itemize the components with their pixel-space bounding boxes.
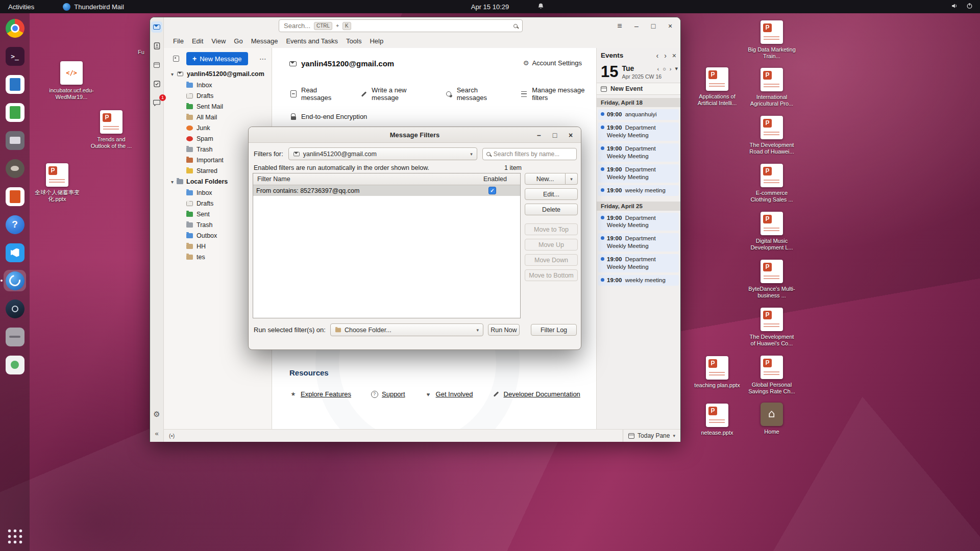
event-item[interactable]: 19:00 weekly meeting xyxy=(598,185,679,196)
desktop-icon[interactable]: Applications of Artificial Intelli... xyxy=(693,67,742,107)
dock-item[interactable] xyxy=(4,242,26,263)
desktop-icon[interactable]: teaching plan.pptx xyxy=(693,356,742,389)
close-button[interactable]: × xyxy=(666,22,674,30)
folder-item[interactable]: Drafts xyxy=(164,90,272,101)
event-item[interactable]: 19:00 weekly meeting xyxy=(598,275,679,286)
filter-row[interactable]: From contains: 852736397@qq.com xyxy=(253,185,520,196)
collapse-spaces-button[interactable]: « xyxy=(151,428,162,439)
system-tray[interactable] xyxy=(951,3,980,11)
resource-link[interactable]: Explore Features xyxy=(289,390,351,398)
event-item[interactable]: 19:00 Department Weekly Meeting xyxy=(598,233,679,252)
dock-item[interactable] xyxy=(4,158,26,179)
menu-item[interactable]: Events and Tasks xyxy=(282,36,342,46)
run-folder-select[interactable]: Choose Folder... ▾ xyxy=(330,323,483,336)
expand-icon[interactable]: ▾ xyxy=(675,65,678,72)
event-item[interactable]: 19:00 Department Weekly Meeting xyxy=(598,143,679,162)
menu-item[interactable]: Message xyxy=(247,36,282,46)
next-period-icon[interactable]: › xyxy=(670,66,672,72)
network-status-icon[interactable]: (•) xyxy=(169,433,175,439)
dock-item[interactable] xyxy=(4,73,26,95)
dock-item[interactable] xyxy=(4,525,26,547)
event-item[interactable]: 19:00 Department Weekly Meeting xyxy=(598,254,679,272)
account-settings-button[interactable]: ⚙ Account Settings xyxy=(523,59,582,67)
column-filter-name[interactable]: Filter Name xyxy=(253,176,483,183)
today-pane-toggle[interactable]: Today Pane ▾ xyxy=(623,430,680,442)
settings-gear-button[interactable]: ⚙ xyxy=(151,409,162,420)
activities-button[interactable]: Activities xyxy=(0,0,42,13)
account-row[interactable]: ▾ yanlin451200@gmail.com xyxy=(164,68,272,80)
event-item[interactable]: 19:00 Department Weekly Meeting xyxy=(598,164,679,183)
address-book-space-button[interactable] xyxy=(151,40,162,52)
clock[interactable]: Apr 15 10:29 xyxy=(471,3,509,11)
desktop-icon[interactable]: E-commerce Clothing Sales ... xyxy=(747,164,796,203)
dock-item[interactable] xyxy=(4,186,26,207)
column-enabled[interactable]: Enabled xyxy=(483,176,520,183)
focused-app-indicator[interactable]: Thunderbird Mail xyxy=(63,3,124,11)
desktop-icon[interactable]: ByteDance's Multi-business ... xyxy=(747,260,796,299)
resource-link[interactable]: Support xyxy=(371,390,405,398)
desktop-icon[interactable]: Digital Music Development L... xyxy=(747,212,796,251)
menu-item[interactable]: Go xyxy=(230,36,247,46)
account-action[interactable]: Read messages xyxy=(289,86,345,102)
next-day-icon[interactable]: › xyxy=(664,52,667,60)
dock-item[interactable] xyxy=(4,326,26,347)
dock-item[interactable] xyxy=(4,354,26,375)
folder-item[interactable]: All Mail xyxy=(164,112,272,122)
account-action[interactable]: Write a new message xyxy=(360,86,430,102)
today-dot-icon[interactable]: ○ xyxy=(663,66,666,72)
filters-table-header[interactable]: Filter Name Enabled xyxy=(253,173,520,185)
resource-link[interactable]: Get Involved xyxy=(425,390,473,398)
chat-space-button[interactable]: 1 xyxy=(151,97,162,108)
new-filter-dropdown-icon[interactable]: ▾ xyxy=(566,173,578,185)
desktop-icon[interactable]: The Development of Huawei's Co... xyxy=(747,308,796,347)
folder-pane-options-icon[interactable]: ⋯ xyxy=(259,55,266,63)
dock-item[interactable] xyxy=(4,298,26,319)
filter-search-input[interactable]: Search filters by name... xyxy=(482,148,577,160)
tasks-space-button[interactable] xyxy=(151,78,162,89)
account-action[interactable]: Manage message filters xyxy=(520,86,596,102)
desktop-icon[interactable]: 全球个人储蓄率变化.pptx xyxy=(33,163,82,203)
menu-item[interactable]: Help xyxy=(365,36,387,46)
dialog-close-button[interactable]: × xyxy=(567,131,575,139)
dialog-maximize-button[interactable]: □ xyxy=(551,131,559,139)
desktop-icon[interactable]: Global Personal Savings Rate Ch... xyxy=(747,356,796,395)
mail-space-button[interactable] xyxy=(151,21,162,33)
event-item[interactable]: 19:00 Department Weekly Meeting xyxy=(598,213,679,231)
tag-icon[interactable] xyxy=(173,56,179,62)
power-icon[interactable] xyxy=(966,3,973,11)
account-action[interactable]: Search messages xyxy=(445,86,505,102)
previous-period-icon[interactable]: ‹ xyxy=(657,66,659,72)
desktop-icon[interactable]: Trends and Outlook of the ... xyxy=(87,110,136,149)
dock-item[interactable] xyxy=(4,102,26,123)
new-event-button[interactable]: New Event xyxy=(597,83,680,95)
edit-filter-button[interactable]: Edit... xyxy=(525,188,578,200)
menu-item[interactable]: View xyxy=(207,36,230,46)
dock-item[interactable] xyxy=(4,214,26,235)
account-action[interactable]: End-to-end Encryption xyxy=(289,113,367,120)
filter-log-button[interactable]: Filter Log xyxy=(531,324,577,336)
new-filter-button[interactable]: New... xyxy=(525,173,566,185)
run-now-button[interactable]: Run Now xyxy=(488,324,520,336)
desktop-icon[interactable]: Home xyxy=(747,403,796,435)
resource-link[interactable]: Developer Documentation xyxy=(493,390,580,398)
desktop-icon[interactable]: incubator.ucf.edu-WedMar19... xyxy=(47,61,96,101)
previous-day-icon[interactable]: ‹ xyxy=(656,52,658,60)
app-menu-icon[interactable]: ≡ xyxy=(616,21,624,31)
filters-for-select[interactable]: yanlin451200@gmail.com ▾ xyxy=(288,147,477,160)
minimize-button[interactable]: – xyxy=(632,22,641,30)
dock-item[interactable] xyxy=(4,270,26,291)
dock-item[interactable] xyxy=(4,130,26,151)
window-titlebar[interactable]: Search... CTRL + K ≡ – □ × xyxy=(164,17,680,34)
event-item[interactable]: 09:00 anquanhuiyi xyxy=(598,109,679,120)
volume-icon[interactable] xyxy=(951,3,958,11)
notifications-bell-icon[interactable] xyxy=(537,3,544,11)
delete-filter-button[interactable]: Delete xyxy=(525,204,578,215)
desktop-icon[interactable]: Big Data Marketing Train... xyxy=(747,20,796,60)
desktop-icon[interactable]: netease.pptx xyxy=(693,404,742,436)
desktop-icon[interactable]: International Agricultural Pro... xyxy=(747,68,796,107)
maximize-button[interactable]: □ xyxy=(649,22,657,30)
twisty-icon[interactable]: ▾ xyxy=(171,71,174,77)
dialog-minimize-button[interactable]: – xyxy=(535,131,543,139)
dock-item[interactable] xyxy=(4,45,26,67)
close-today-pane-icon[interactable]: × xyxy=(672,52,676,60)
